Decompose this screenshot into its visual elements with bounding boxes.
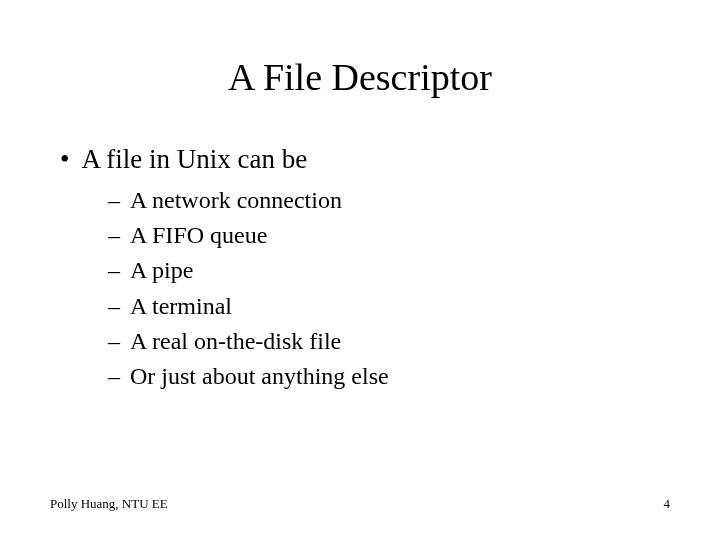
bullet-item: A file in Unix can be <box>60 144 670 175</box>
sub-bullet-list: A network connection A FIFO queue A pipe… <box>108 185 670 392</box>
sub-bullet-text: A network connection <box>130 185 342 216</box>
slide-container: A File Descriptor A file in Unix can be … <box>0 0 720 540</box>
sub-bullet-item: Or just about anything else <box>108 361 670 392</box>
sub-bullet-text: A FIFO queue <box>130 220 267 251</box>
sub-bullet-item: A pipe <box>108 255 670 286</box>
footer-author: Polly Huang, NTU EE <box>50 496 168 512</box>
bullet-text: A file in Unix can be <box>81 144 307 175</box>
sub-bullet-text: A real on-the-disk file <box>130 326 341 357</box>
sub-bullet-item: A FIFO queue <box>108 220 670 251</box>
slide-title: A File Descriptor <box>50 55 670 99</box>
sub-bullet-text: Or just about anything else <box>130 361 389 392</box>
sub-bullet-text: A terminal <box>130 291 232 322</box>
sub-bullet-item: A real on-the-disk file <box>108 326 670 357</box>
page-number: 4 <box>664 496 671 512</box>
sub-bullet-item: A network connection <box>108 185 670 216</box>
sub-bullet-text: A pipe <box>130 255 193 286</box>
sub-bullet-item: A terminal <box>108 291 670 322</box>
